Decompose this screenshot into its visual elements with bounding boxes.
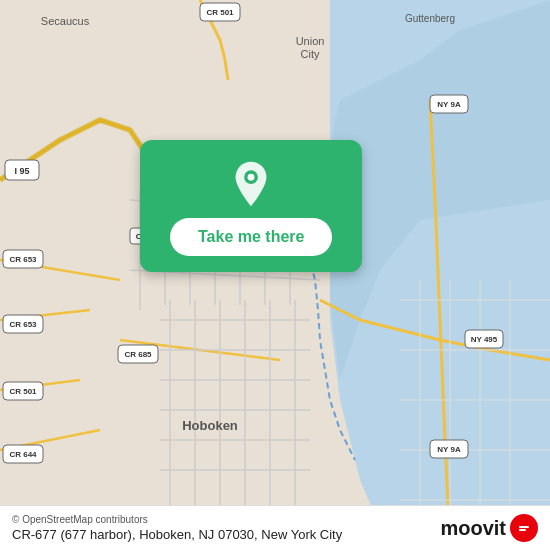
svg-text:Guttenberg: Guttenberg xyxy=(405,13,455,24)
moovit-icon xyxy=(510,514,538,542)
location-pin-icon xyxy=(227,160,275,208)
svg-text:CR 653: CR 653 xyxy=(9,320,37,329)
svg-text:CR 501: CR 501 xyxy=(9,387,37,396)
bottom-left: © OpenStreetMap contributors CR-677 (677… xyxy=(12,514,342,542)
svg-text:Secaucus: Secaucus xyxy=(41,15,90,27)
moovit-logo: moovit xyxy=(440,514,538,542)
green-panel: Take me there xyxy=(140,140,362,272)
address-text: CR-677 (677 harbor), Hoboken, NJ 07030, … xyxy=(12,527,342,542)
svg-text:CR 501: CR 501 xyxy=(206,8,234,17)
svg-rect-71 xyxy=(519,526,529,528)
bottom-bar: © OpenStreetMap contributors CR-677 (677… xyxy=(0,505,550,550)
svg-text:City: City xyxy=(301,48,320,60)
svg-text:Hoboken: Hoboken xyxy=(182,418,238,433)
svg-point-69 xyxy=(248,174,255,181)
svg-text:CR 653: CR 653 xyxy=(9,255,37,264)
svg-text:NY 9A: NY 9A xyxy=(437,445,461,454)
map-container: I 95 CR 501 CR 653 CR 653 CR 685 CR 501 … xyxy=(0,0,550,550)
take-me-there-button[interactable]: Take me there xyxy=(170,218,332,256)
svg-text:CR 644: CR 644 xyxy=(9,450,37,459)
svg-text:NY 495: NY 495 xyxy=(471,335,498,344)
take-me-button-container: Take me there xyxy=(140,140,362,272)
svg-text:NY 9A: NY 9A xyxy=(437,100,461,109)
moovit-text: moovit xyxy=(440,517,506,540)
svg-text:Union: Union xyxy=(296,35,325,47)
svg-text:I 95: I 95 xyxy=(14,166,29,176)
attribution-text: © OpenStreetMap contributors xyxy=(12,514,342,525)
svg-rect-72 xyxy=(519,529,526,531)
svg-text:CR 685: CR 685 xyxy=(124,350,152,359)
map-background: I 95 CR 501 CR 653 CR 653 CR 685 CR 501 … xyxy=(0,0,550,550)
